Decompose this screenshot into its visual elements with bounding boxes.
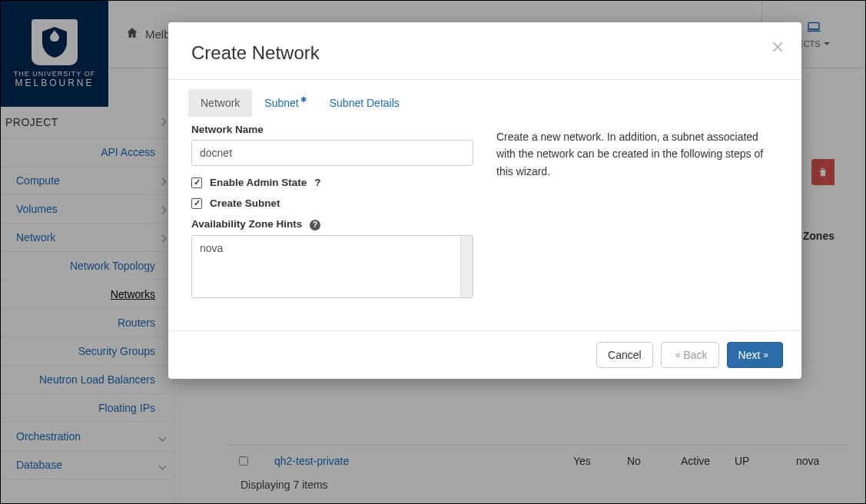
back-button[interactable]: « Back bbox=[661, 342, 719, 368]
checkbox-checked-icon bbox=[191, 177, 202, 188]
help-text: Create a new network. In addition, a sub… bbox=[496, 124, 778, 309]
next-button[interactable]: Next » bbox=[727, 342, 783, 368]
az-hints-label: Availability Zone Hints ? bbox=[191, 218, 473, 230]
create-subnet-checkbox[interactable]: Create Subnet bbox=[191, 197, 473, 209]
network-name-input[interactable] bbox=[191, 140, 473, 166]
modal-footer: Cancel « Back Next » bbox=[168, 330, 801, 379]
checkbox-checked-icon bbox=[191, 198, 202, 209]
cancel-button[interactable]: Cancel bbox=[596, 342, 653, 368]
required-star-icon: ✱ bbox=[300, 95, 307, 104]
chevron-right-icon: » bbox=[763, 350, 768, 360]
help-icon[interactable]: ? bbox=[310, 220, 320, 230]
tab-subnet-details[interactable]: Subnet Details bbox=[317, 89, 412, 117]
modal-title: Create Network bbox=[191, 42, 778, 64]
help-icon[interactable]: ? bbox=[314, 177, 320, 188]
enable-admin-state-checkbox[interactable]: Enable Admin State ? bbox=[191, 177, 473, 188]
tab-subnet[interactable]: Subnet✱ bbox=[252, 89, 317, 117]
tab-network[interactable]: Network bbox=[188, 89, 252, 117]
create-network-modal: Create Network ✕ Network Subnet✱ Subnet … bbox=[168, 22, 801, 379]
az-option-nova[interactable]: nova bbox=[200, 240, 465, 256]
modal-tabs: Network Subnet✱ Subnet Details bbox=[168, 80, 801, 118]
network-name-label: Network Name bbox=[191, 124, 473, 135]
form-column: Network Name Enable Admin State ? Create… bbox=[191, 124, 473, 309]
az-hints-select[interactable]: nova bbox=[191, 235, 473, 298]
scrollbar[interactable] bbox=[460, 236, 473, 297]
close-icon[interactable]: ✕ bbox=[771, 38, 785, 58]
chevron-left-icon: « bbox=[675, 350, 681, 360]
